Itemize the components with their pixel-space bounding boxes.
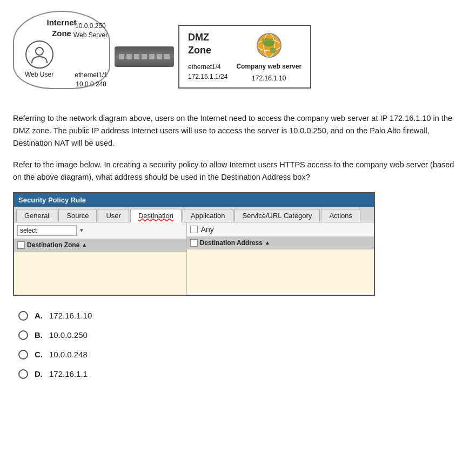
policy-any-row: Any — [187, 222, 374, 237]
answer-letter-b: B. — [35, 330, 43, 340]
tab-destination[interactable]: Destination — [130, 209, 182, 222]
dest-addr-col-header: Destination Address ▲ — [187, 237, 374, 249]
dest-zone-content — [14, 252, 186, 295]
firewall-port — [142, 54, 147, 59]
dmz-left: DMZZone ethernet1/4172.16.1.1/24 — [188, 31, 227, 82]
policy-tabs: General Source User Destination Applicat… — [14, 207, 374, 222]
policy-left-panel: ▼ Destination Zone ▲ — [14, 222, 187, 295]
security-policy-rule: Security Policy Rule General Source User… — [13, 192, 375, 296]
question-text-2: Refer to the image below. In creating a … — [13, 159, 463, 184]
firewall-port — [126, 54, 132, 59]
dropdown-arrow-icon: ▼ — [79, 227, 84, 233]
server-info: 10.0.0.250 Web Server — [73, 22, 108, 40]
tab-application[interactable]: Application — [183, 209, 233, 222]
firewall-image — [115, 46, 174, 67]
tab-general[interactable]: General — [16, 209, 57, 222]
dest-zone-header-label: Destination Zone — [27, 241, 79, 249]
policy-right-panel: Any Destination Address ▲ — [187, 222, 374, 295]
answer-letter-c: C. — [35, 350, 43, 359]
server-ip-label: 10.0.0.250 Web Server — [73, 22, 108, 40]
answer-value-b: 10.0.0.250 — [49, 330, 88, 340]
person-shape — [25, 40, 53, 69]
dest-addr-header-label: Destination Address — [200, 239, 263, 247]
dmz-right: Company web server 172.16.1.10 — [236, 31, 301, 82]
company-server-ip: 172.16.1.10 — [252, 74, 286, 82]
answer-choices: A. 172.16.1.10 B. 10.0.0.250 C. 10.0.0.2… — [13, 311, 463, 379]
dmz-zone-title: DMZZone — [188, 31, 211, 57]
radio-d[interactable] — [18, 369, 28, 379]
answer-letter-a: A. — [35, 311, 43, 320]
radio-a[interactable] — [18, 311, 28, 321]
radio-c[interactable] — [18, 350, 28, 359]
dest-zone-col-header: Destination Zone ▲ — [14, 239, 186, 252]
radio-b[interactable] — [18, 330, 28, 340]
answer-item-d: D. 172.16.1.1 — [18, 369, 463, 379]
firewall-port — [119, 54, 124, 59]
firewall-port — [149, 54, 155, 59]
network-diagram: Internet Zone Web User 10.0.0.250 Web Se… — [13, 11, 463, 103]
answer-item-a: A. 172.16.1.10 — [18, 311, 463, 321]
dest-addr-content — [187, 249, 374, 293]
sort-arrow-icon: ▲ — [82, 242, 87, 248]
tab-source[interactable]: Source — [58, 209, 97, 222]
svg-point-0 — [36, 48, 43, 55]
answer-item-c: C. 10.0.0.248 — [18, 350, 463, 359]
dmz-zone-box: DMZZone ethernet1/4172.16.1.1/24 Company… — [178, 25, 311, 89]
policy-body: ▼ Destination Zone ▲ Any Destination Add… — [14, 222, 374, 295]
answer-value-a: 172.16.1.10 — [49, 311, 92, 320]
answer-value-d: 172.16.1.1 — [49, 369, 88, 378]
dmz-eth-label: ethernet1/4172.16.1.1/24 — [188, 62, 227, 82]
firewall-port — [134, 54, 139, 59]
select-input[interactable] — [17, 225, 77, 236]
sort-arrow-icon: ▲ — [265, 240, 270, 246]
ethernet-info: ethernet1/1 10.0.0.248 — [75, 71, 108, 89]
policy-header: Security Policy Rule — [14, 193, 374, 207]
web-user-icon: Web User — [25, 40, 53, 78]
internet-zone-label: Internet Zone — [46, 17, 76, 38]
tab-service-url[interactable]: Service/URL Category — [234, 209, 320, 222]
internet-zone: Internet Zone Web User 10.0.0.250 Web Se… — [13, 11, 110, 103]
web-user-label: Web User — [25, 71, 53, 78]
any-checkbox[interactable] — [190, 226, 198, 233]
globe-icon — [255, 31, 283, 59]
policy-select-row: ▼ — [14, 222, 186, 239]
dest-addr-checkbox[interactable] — [190, 239, 198, 247]
answer-item-b: B. 10.0.0.250 — [18, 330, 463, 340]
firewall-ports — [119, 54, 170, 59]
any-label: Any — [201, 225, 214, 234]
question-text-1: Referring to the network diagram above, … — [13, 112, 463, 150]
dest-zone-checkbox[interactable] — [17, 241, 25, 249]
tab-user[interactable]: User — [98, 209, 129, 222]
firewall-port — [157, 54, 162, 59]
answer-letter-d: D. — [35, 369, 43, 378]
firewall-device — [115, 46, 174, 67]
company-server-label: Company web server — [236, 63, 301, 71]
firewall-port — [164, 54, 170, 59]
answer-value-c: 10.0.0.248 — [49, 350, 88, 359]
tab-actions[interactable]: Actions — [321, 209, 360, 222]
ethernet-label: ethernet1/1 10.0.0.248 — [75, 71, 108, 89]
